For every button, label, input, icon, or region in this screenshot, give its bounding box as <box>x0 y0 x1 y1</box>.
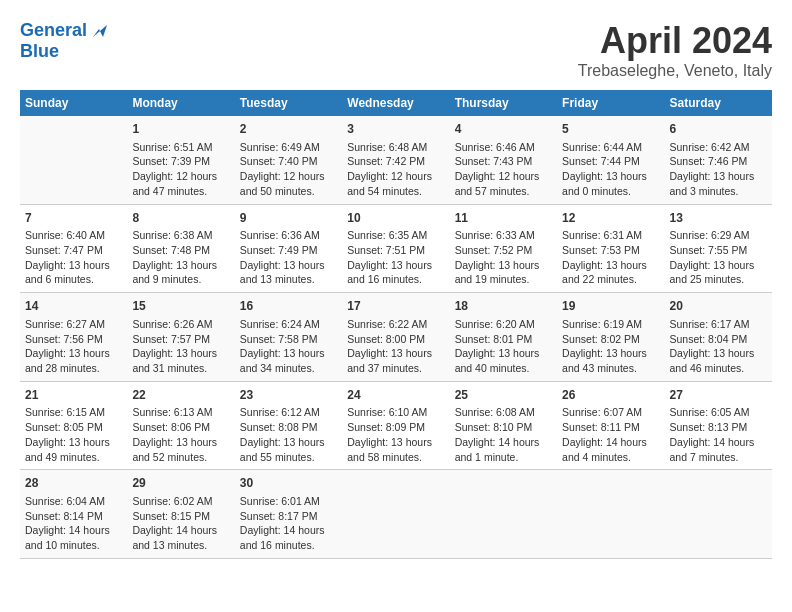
logo-line2: Blue <box>20 41 59 62</box>
day-info: Sunrise: 6:33 AM Sunset: 7:52 PM Dayligh… <box>455 228 552 287</box>
day-number: 19 <box>562 298 659 315</box>
day-number: 21 <box>25 387 122 404</box>
weekday-header-saturday: Saturday <box>665 90 772 116</box>
logo-line1: General <box>20 20 87 41</box>
calendar-cell: 28Sunrise: 6:04 AM Sunset: 8:14 PM Dayli… <box>20 470 127 559</box>
day-info: Sunrise: 6:07 AM Sunset: 8:11 PM Dayligh… <box>562 405 659 464</box>
calendar-cell: 30Sunrise: 6:01 AM Sunset: 8:17 PM Dayli… <box>235 470 342 559</box>
day-number: 13 <box>670 210 767 227</box>
page-header: General Blue April 2024 Trebaseleghe, Ve… <box>20 20 772 80</box>
calendar-cell: 5Sunrise: 6:44 AM Sunset: 7:44 PM Daylig… <box>557 116 664 204</box>
day-number: 25 <box>455 387 552 404</box>
day-number: 12 <box>562 210 659 227</box>
page-title: April 2024 <box>578 20 772 62</box>
week-row-3: 14Sunrise: 6:27 AM Sunset: 7:56 PM Dayli… <box>20 293 772 382</box>
day-info: Sunrise: 6:29 AM Sunset: 7:55 PM Dayligh… <box>670 228 767 287</box>
day-info: Sunrise: 6:08 AM Sunset: 8:10 PM Dayligh… <box>455 405 552 464</box>
day-number: 10 <box>347 210 444 227</box>
day-info: Sunrise: 6:04 AM Sunset: 8:14 PM Dayligh… <box>25 494 122 553</box>
week-row-4: 21Sunrise: 6:15 AM Sunset: 8:05 PM Dayli… <box>20 381 772 470</box>
day-info: Sunrise: 6:19 AM Sunset: 8:02 PM Dayligh… <box>562 317 659 376</box>
logo-bird-icon <box>89 19 111 41</box>
day-info: Sunrise: 6:02 AM Sunset: 8:15 PM Dayligh… <box>132 494 229 553</box>
calendar-cell: 13Sunrise: 6:29 AM Sunset: 7:55 PM Dayli… <box>665 204 772 293</box>
weekday-header-row: SundayMondayTuesdayWednesdayThursdayFrid… <box>20 90 772 116</box>
calendar-cell: 3Sunrise: 6:48 AM Sunset: 7:42 PM Daylig… <box>342 116 449 204</box>
calendar-cell: 4Sunrise: 6:46 AM Sunset: 7:43 PM Daylig… <box>450 116 557 204</box>
weekday-header-friday: Friday <box>557 90 664 116</box>
day-number: 18 <box>455 298 552 315</box>
day-info: Sunrise: 6:44 AM Sunset: 7:44 PM Dayligh… <box>562 140 659 199</box>
calendar-cell: 16Sunrise: 6:24 AM Sunset: 7:58 PM Dayli… <box>235 293 342 382</box>
day-info: Sunrise: 6:05 AM Sunset: 8:13 PM Dayligh… <box>670 405 767 464</box>
day-number: 2 <box>240 121 337 138</box>
calendar-cell: 6Sunrise: 6:42 AM Sunset: 7:46 PM Daylig… <box>665 116 772 204</box>
calendar-cell: 18Sunrise: 6:20 AM Sunset: 8:01 PM Dayli… <box>450 293 557 382</box>
calendar-cell: 8Sunrise: 6:38 AM Sunset: 7:48 PM Daylig… <box>127 204 234 293</box>
day-number: 1 <box>132 121 229 138</box>
calendar-cell: 17Sunrise: 6:22 AM Sunset: 8:00 PM Dayli… <box>342 293 449 382</box>
day-number: 6 <box>670 121 767 138</box>
calendar-cell <box>342 470 449 559</box>
day-number: 17 <box>347 298 444 315</box>
day-number: 3 <box>347 121 444 138</box>
day-info: Sunrise: 6:24 AM Sunset: 7:58 PM Dayligh… <box>240 317 337 376</box>
calendar-cell: 25Sunrise: 6:08 AM Sunset: 8:10 PM Dayli… <box>450 381 557 470</box>
calendar-cell: 14Sunrise: 6:27 AM Sunset: 7:56 PM Dayli… <box>20 293 127 382</box>
calendar-cell <box>557 470 664 559</box>
day-number: 9 <box>240 210 337 227</box>
logo: General Blue <box>20 20 111 62</box>
calendar-cell: 20Sunrise: 6:17 AM Sunset: 8:04 PM Dayli… <box>665 293 772 382</box>
day-info: Sunrise: 6:27 AM Sunset: 7:56 PM Dayligh… <box>25 317 122 376</box>
day-number: 7 <box>25 210 122 227</box>
calendar-cell: 24Sunrise: 6:10 AM Sunset: 8:09 PM Dayli… <box>342 381 449 470</box>
day-info: Sunrise: 6:20 AM Sunset: 8:01 PM Dayligh… <box>455 317 552 376</box>
weekday-header-monday: Monday <box>127 90 234 116</box>
day-info: Sunrise: 6:35 AM Sunset: 7:51 PM Dayligh… <box>347 228 444 287</box>
day-info: Sunrise: 6:15 AM Sunset: 8:05 PM Dayligh… <box>25 405 122 464</box>
calendar-cell: 11Sunrise: 6:33 AM Sunset: 7:52 PM Dayli… <box>450 204 557 293</box>
calendar-cell <box>665 470 772 559</box>
day-info: Sunrise: 6:17 AM Sunset: 8:04 PM Dayligh… <box>670 317 767 376</box>
day-info: Sunrise: 6:46 AM Sunset: 7:43 PM Dayligh… <box>455 140 552 199</box>
calendar-cell: 26Sunrise: 6:07 AM Sunset: 8:11 PM Dayli… <box>557 381 664 470</box>
calendar-cell: 15Sunrise: 6:26 AM Sunset: 7:57 PM Dayli… <box>127 293 234 382</box>
weekday-header-tuesday: Tuesday <box>235 90 342 116</box>
day-info: Sunrise: 6:13 AM Sunset: 8:06 PM Dayligh… <box>132 405 229 464</box>
calendar-cell: 10Sunrise: 6:35 AM Sunset: 7:51 PM Dayli… <box>342 204 449 293</box>
day-number: 29 <box>132 475 229 492</box>
day-info: Sunrise: 6:38 AM Sunset: 7:48 PM Dayligh… <box>132 228 229 287</box>
calendar-cell: 7Sunrise: 6:40 AM Sunset: 7:47 PM Daylig… <box>20 204 127 293</box>
day-number: 24 <box>347 387 444 404</box>
calendar-cell: 21Sunrise: 6:15 AM Sunset: 8:05 PM Dayli… <box>20 381 127 470</box>
week-row-2: 7Sunrise: 6:40 AM Sunset: 7:47 PM Daylig… <box>20 204 772 293</box>
calendar-cell: 19Sunrise: 6:19 AM Sunset: 8:02 PM Dayli… <box>557 293 664 382</box>
day-number: 22 <box>132 387 229 404</box>
day-info: Sunrise: 6:49 AM Sunset: 7:40 PM Dayligh… <box>240 140 337 199</box>
calendar-cell: 1Sunrise: 6:51 AM Sunset: 7:39 PM Daylig… <box>127 116 234 204</box>
day-number: 5 <box>562 121 659 138</box>
day-number: 8 <box>132 210 229 227</box>
day-info: Sunrise: 6:01 AM Sunset: 8:17 PM Dayligh… <box>240 494 337 553</box>
day-number: 20 <box>670 298 767 315</box>
page-subtitle: Trebaseleghe, Veneto, Italy <box>578 62 772 80</box>
calendar-cell: 12Sunrise: 6:31 AM Sunset: 7:53 PM Dayli… <box>557 204 664 293</box>
day-info: Sunrise: 6:36 AM Sunset: 7:49 PM Dayligh… <box>240 228 337 287</box>
day-info: Sunrise: 6:22 AM Sunset: 8:00 PM Dayligh… <box>347 317 444 376</box>
title-block: April 2024 Trebaseleghe, Veneto, Italy <box>578 20 772 80</box>
day-info: Sunrise: 6:42 AM Sunset: 7:46 PM Dayligh… <box>670 140 767 199</box>
svg-marker-0 <box>93 25 107 37</box>
day-info: Sunrise: 6:40 AM Sunset: 7:47 PM Dayligh… <box>25 228 122 287</box>
day-number: 28 <box>25 475 122 492</box>
week-row-1: 1Sunrise: 6:51 AM Sunset: 7:39 PM Daylig… <box>20 116 772 204</box>
day-info: Sunrise: 6:12 AM Sunset: 8:08 PM Dayligh… <box>240 405 337 464</box>
day-number: 27 <box>670 387 767 404</box>
day-number: 26 <box>562 387 659 404</box>
day-number: 4 <box>455 121 552 138</box>
day-number: 23 <box>240 387 337 404</box>
day-info: Sunrise: 6:51 AM Sunset: 7:39 PM Dayligh… <box>132 140 229 199</box>
calendar-cell: 27Sunrise: 6:05 AM Sunset: 8:13 PM Dayli… <box>665 381 772 470</box>
calendar-cell: 23Sunrise: 6:12 AM Sunset: 8:08 PM Dayli… <box>235 381 342 470</box>
calendar-cell: 29Sunrise: 6:02 AM Sunset: 8:15 PM Dayli… <box>127 470 234 559</box>
day-number: 15 <box>132 298 229 315</box>
